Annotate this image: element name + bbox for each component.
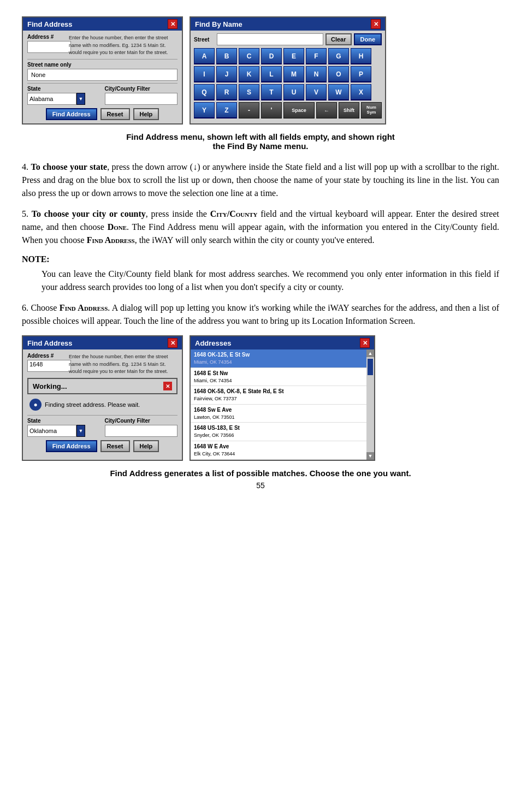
state-select[interactable]: Alabama <box>27 93 76 105</box>
key-C[interactable]: C <box>239 48 259 64</box>
address-item-3[interactable]: 1648 Sw E Ave Lawton, OK 73501 <box>191 405 366 423</box>
key-R[interactable]: R <box>216 84 237 100</box>
key-Y[interactable]: Y <box>194 102 215 118</box>
addr-main-0: 1648 OK-125, E St Sw <box>194 351 363 359</box>
addr-sub-1: Miami, OK 74354 <box>194 377 363 384</box>
bl-find-address-btn[interactable]: Find Address <box>46 440 97 452</box>
address-item-4[interactable]: 1648 US-183, E St Snyder, OK 73566 <box>191 423 366 441</box>
key-shift[interactable]: Shift <box>339 102 359 118</box>
key-E[interactable]: E <box>283 48 304 64</box>
street-name-input[interactable]: None <box>27 69 177 81</box>
working-text: Finding street address. Please wait. <box>45 401 140 408</box>
fbn-keyboard: A B C D E F G H I J K L M N O <box>194 48 382 118</box>
addr-main-4: 1648 US-183, E St <box>194 424 363 432</box>
bl-help-btn[interactable]: Help <box>133 440 159 452</box>
key-backspace[interactable]: ← <box>316 102 337 118</box>
state-dropdown-arrow[interactable]: ▼ <box>76 93 85 105</box>
key-L[interactable]: L <box>261 66 282 82</box>
key-A[interactable]: A <box>194 48 215 64</box>
fbn-street-input[interactable] <box>217 33 323 45</box>
para3-num: 6. Choose <box>22 303 60 312</box>
addr-scroll-down-btn[interactable]: ▼ <box>366 452 374 460</box>
addr-sub-2: Fairview, OK 73737 <box>194 395 363 402</box>
address-item-2[interactable]: 1648 OK-58, OK-8, E State Rd, E St Fairv… <box>191 386 366 405</box>
find-address-title-bar: Find Address ✕ <box>23 17 182 31</box>
find-address-bottom-title: Find Address <box>27 339 73 347</box>
para2-prefix: , press inside the <box>146 209 210 218</box>
addr-sub-5: Elk City, OK 73644 <box>194 451 363 458</box>
key-num-sym[interactable]: NumSym <box>361 102 382 118</box>
address-item-0[interactable]: 1648 OK-125, E St Sw Miami, OK 74354 <box>191 349 366 368</box>
key-B[interactable]: B <box>216 48 237 64</box>
working-dialog: Working... ✕ <box>27 378 177 394</box>
key-O[interactable]: O <box>328 66 349 82</box>
key-V[interactable]: V <box>306 84 327 100</box>
key-N[interactable]: N <box>306 66 327 82</box>
key-space[interactable]: Space <box>283 102 315 118</box>
fbn-clear-btn[interactable]: Clear <box>325 33 352 45</box>
keyboard-row-3: Q R S T U V W X <box>194 84 382 100</box>
key-P[interactable]: P <box>351 66 371 82</box>
find-by-name-close-btn[interactable]: ✕ <box>371 19 381 29</box>
find-address-bottom-close-btn[interactable]: ✕ <box>168 338 177 348</box>
para2-find: Find Address <box>87 235 135 245</box>
find-address-close-btn[interactable]: ✕ <box>168 19 177 29</box>
address-item-5[interactable]: 1648 W E Ave Elk City, OK 73644 <box>191 441 366 460</box>
city-county-input[interactable] <box>105 93 178 105</box>
key-S[interactable]: S <box>239 84 259 100</box>
bl-city-county-input[interactable] <box>105 425 178 437</box>
bl-address-hash-input[interactable]: 1648 <box>27 360 71 372</box>
addr-main-3: 1648 Sw E Ave <box>194 406 363 414</box>
addr-main-5: 1648 W E Ave <box>194 443 363 451</box>
street-name-only-label: Street name only <box>27 62 177 68</box>
key-T[interactable]: T <box>261 84 282 100</box>
bl-state-value: Oklahoma <box>29 428 74 434</box>
addr-scroll-thumb[interactable] <box>368 359 373 375</box>
address-item-1[interactable]: 1648 E St Nw Miami, OK 74354 <box>191 368 366 387</box>
key-Z[interactable]: Z <box>216 102 237 118</box>
key-H[interactable]: H <box>351 48 371 64</box>
key-Q[interactable]: Q <box>194 84 215 100</box>
key-K[interactable]: K <box>239 66 259 82</box>
key-D[interactable]: D <box>261 48 282 64</box>
addr-scroll-up-btn[interactable]: ▲ <box>366 349 374 357</box>
street-name-value: None <box>29 71 47 79</box>
paragraph-2: 5. To choose your city or county, press … <box>22 208 499 247</box>
key-apostrophe[interactable]: ' <box>261 102 282 118</box>
working-close-btn[interactable]: ✕ <box>163 382 172 390</box>
working-spinner-icon: ● <box>29 399 42 411</box>
addresses-title: Addresses <box>195 339 231 347</box>
key-G[interactable]: G <box>328 48 349 64</box>
key-J[interactable]: J <box>216 66 237 82</box>
bl-state-dropdown-arrow[interactable]: ▼ <box>76 425 85 437</box>
para2-final: , the iWAY will only search within the c… <box>135 235 375 245</box>
address-hash-label: Address # <box>27 34 66 40</box>
key-F[interactable]: F <box>306 48 327 64</box>
help-btn[interactable]: Help <box>133 108 159 120</box>
para1-num: 4. <box>22 162 31 171</box>
para2-num: 5. <box>22 209 32 218</box>
address-hash-input[interactable] <box>27 41 71 53</box>
bottom-caption: Find Address generates a list of possibl… <box>22 469 499 478</box>
para2-done: Done <box>108 222 127 232</box>
bl-state-select[interactable]: Oklahoma <box>27 425 76 437</box>
addresses-body: 1648 OK-125, E St Sw Miami, OK 74354 164… <box>191 349 374 460</box>
keyboard-row-4: Y Z - ' Space ← Shift NumSym <box>194 102 382 118</box>
key-X[interactable]: X <box>351 84 371 100</box>
bl-reset-btn[interactable]: Reset <box>100 440 130 452</box>
reset-btn[interactable]: Reset <box>100 108 130 120</box>
fbn-done-btn[interactable]: Done <box>354 33 382 45</box>
addresses-close-btn[interactable]: ✕ <box>360 338 370 348</box>
key-U[interactable]: U <box>283 84 304 100</box>
key-I[interactable]: I <box>194 66 215 82</box>
note-body-text: You can leave the City/County field blan… <box>42 268 499 294</box>
bl-state-label: State <box>27 418 100 424</box>
paragraph-3: 6. Choose Find Address. A dialog will po… <box>22 301 499 328</box>
find-address-btn[interactable]: Find Address <box>46 108 97 120</box>
top-caption-line1: Find Address menu, shown left with all f… <box>126 132 395 141</box>
key-dash[interactable]: - <box>239 102 259 118</box>
key-M[interactable]: M <box>283 66 304 82</box>
top-caption: Find Address menu, shown left with all f… <box>22 132 499 151</box>
bl-city-county-label: City/County Filter <box>105 418 178 424</box>
key-W[interactable]: W <box>328 84 349 100</box>
